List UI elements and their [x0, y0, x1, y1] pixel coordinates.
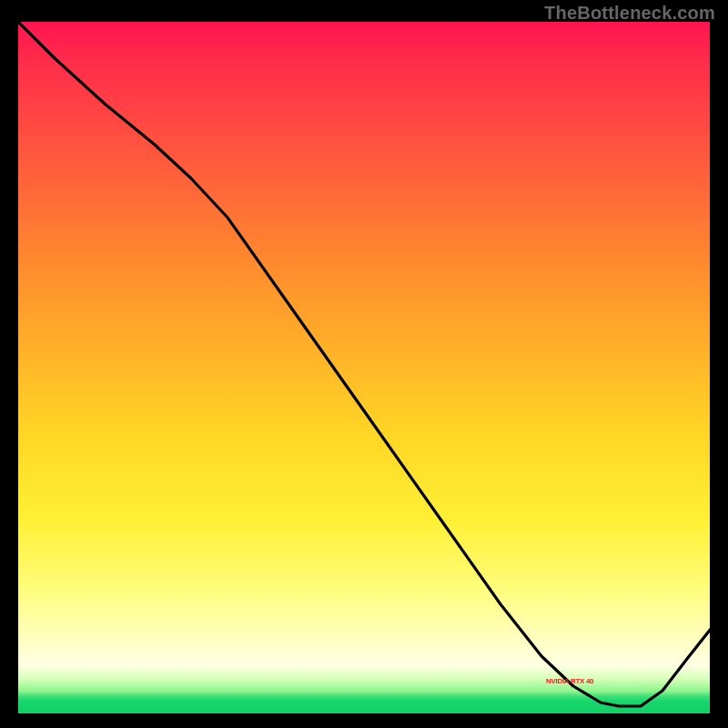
plot-area: NVIDIA RTX 40 — [18, 22, 710, 713]
annotation-label: NVIDIA RTX 40 — [546, 677, 593, 685]
chart-container: TheBottleneck.com NVIDIA RTX 40 — [0, 0, 728, 728]
watermark-text: TheBottleneck.com — [544, 3, 715, 24]
bottleneck-curve-path — [18, 22, 710, 706]
line-series — [18, 22, 710, 713]
